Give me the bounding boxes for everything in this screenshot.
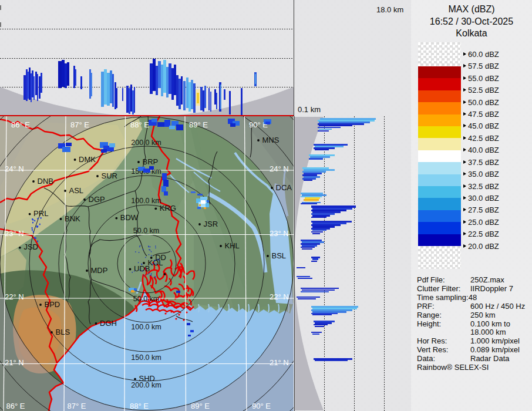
svg-text:ASL: ASL [69, 186, 84, 195]
svg-text:DGH: DGH [100, 319, 117, 328]
svg-text:100.0 km: 100.0 km [131, 197, 161, 205]
svg-text:21° N: 21° N [270, 358, 289, 367]
svg-text:BPD: BPD [45, 300, 60, 309]
svg-text:22° N: 22° N [5, 292, 24, 301]
svg-text:87° E: 87° E [70, 120, 89, 129]
svg-text:22° N: 22° N [270, 292, 289, 301]
svg-text:89° E: 89° E [191, 402, 210, 410]
svg-text:86° E: 86° E [11, 120, 30, 129]
svg-text:DNB: DNB [38, 177, 53, 186]
svg-text:100.0 km: 100.0 km [131, 323, 161, 331]
svg-text:DCA: DCA [276, 183, 292, 192]
svg-text:89° E: 89° E [189, 120, 208, 129]
svg-text:BDW: BDW [120, 213, 139, 222]
svg-text:DMK: DMK [79, 155, 96, 164]
svg-text:87° E: 87° E [68, 402, 86, 410]
svg-text:23° N: 23° N [270, 229, 289, 238]
svg-text:BRP: BRP [143, 157, 159, 166]
svg-text:MNS: MNS [262, 136, 280, 144]
svg-text:BNK: BNK [65, 214, 80, 223]
svg-text:PRL: PRL [33, 209, 48, 218]
svg-text:SHD: SHD [139, 374, 155, 383]
svg-text:KHL: KHL [225, 241, 240, 250]
svg-text:24° N: 24° N [5, 164, 24, 173]
svg-text:50.0 km: 50.0 km [133, 295, 159, 303]
svg-text:MDP: MDP [91, 266, 108, 275]
svg-text:150.0 km: 150.0 km [131, 353, 161, 362]
svg-text:JSD: JSD [23, 242, 38, 251]
svg-text:SUR: SUR [102, 171, 117, 180]
svg-text:24° N: 24° N [270, 164, 289, 173]
svg-text:86° E: 86° E [6, 402, 25, 410]
svg-text:50.0 km: 50.0 km [133, 227, 159, 235]
svg-text:21° N: 21° N [5, 358, 24, 367]
svg-text:DGP: DGP [89, 195, 105, 204]
svg-text:BLS: BLS [56, 328, 70, 336]
svg-text:88° E: 88° E [130, 402, 149, 410]
svg-text:KRG: KRG [160, 204, 176, 213]
svg-text:90° E: 90° E [252, 402, 271, 410]
svg-text:23° N: 23° N [5, 229, 24, 238]
svg-text:UDB: UDB [134, 264, 150, 273]
svg-text:200.0 km: 200.0 km [131, 139, 161, 147]
svg-text:88° E: 88° E [130, 120, 149, 129]
svg-text:JSR: JSR [204, 220, 218, 228]
svg-text:BSL: BSL [272, 251, 287, 260]
